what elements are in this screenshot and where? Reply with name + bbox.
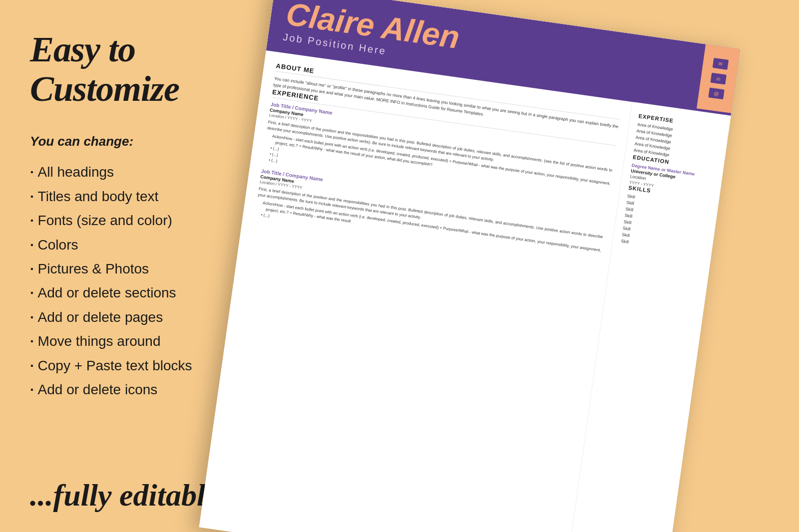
subtitle: You can change:	[30, 134, 280, 149]
resume-contact-icons: ✉ in @	[697, 44, 740, 113]
resume-paper: Claire Allen Job Position Here ✉ in @ AB…	[199, 0, 740, 532]
web-icon: @	[708, 87, 724, 99]
feature-item-1: All headings	[30, 163, 280, 181]
skills-section: SKILLS Skill Skill Skill Skill Skill Ski…	[621, 185, 712, 255]
resume-body: ABOUT ME You can include "about me" or "…	[199, 50, 731, 532]
email-icon: ✉	[713, 58, 729, 70]
resume-container: Claire Allen Job Position Here ✉ in @ AB…	[197, 0, 799, 532]
resume-main-column: ABOUT ME You can include "about me" or "…	[199, 50, 632, 532]
linkedin-icon: in	[710, 73, 726, 85]
main-title: Easy to Customize	[30, 30, 280, 109]
feature-item-2: Titles and body text	[30, 188, 280, 206]
